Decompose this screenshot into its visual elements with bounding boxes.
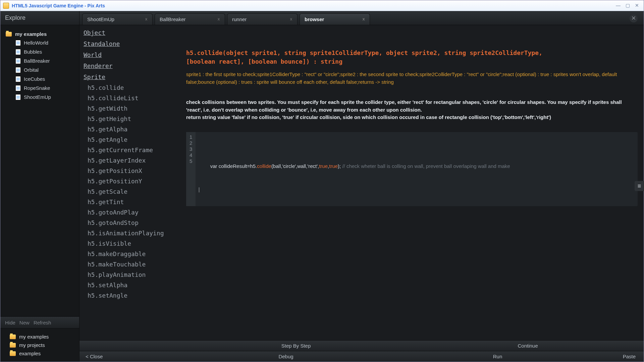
api-item-h5-getpositiony[interactable]: h5.getPositionY <box>79 176 180 186</box>
file-icon <box>16 76 20 82</box>
api-item-h5-maketouchable[interactable]: h5.makeTouchable <box>79 259 180 269</box>
folder-my-examples[interactable]: my examples <box>4 30 76 38</box>
file-label: IceCubes <box>24 76 45 82</box>
tab-label: browser <box>305 16 324 22</box>
api-category-object[interactable]: Object <box>79 27 180 38</box>
side-menu-icon[interactable]: ≡ <box>635 181 644 191</box>
maximize-button[interactable]: ▢ <box>624 2 632 9</box>
api-item-h5-getheight[interactable]: h5.getHeight <box>79 114 180 124</box>
file-label: Orbital <box>24 67 39 73</box>
code-example[interactable]: 12345 var collideResult=h5.collide(ball,… <box>186 132 638 206</box>
file-item-shootemup[interactable]: ShootEmUp <box>4 93 76 102</box>
folder-icon <box>6 32 12 37</box>
api-item-h5-getcurrentframe[interactable]: h5.getCurrentFrame <box>79 145 180 155</box>
file-item-helloworld[interactable]: HelloWorld <box>4 38 76 47</box>
explorer-sidebar: Explore my examples HelloWorldBubblesBal… <box>0 11 79 362</box>
file-item-ropesnake[interactable]: RopeSnake <box>4 83 76 93</box>
minimize-button[interactable]: — <box>614 2 622 9</box>
close-panel-button[interactable]: < Close <box>79 354 180 359</box>
text-cursor <box>199 187 199 192</box>
api-item-h5-getangle[interactable]: h5.getAngle <box>79 134 180 145</box>
file-label: HelloWorld <box>24 40 48 46</box>
hide-button[interactable]: Hide <box>5 320 15 325</box>
api-item-h5-collide[interactable]: h5.collide <box>79 82 180 93</box>
app-icon <box>3 3 9 9</box>
api-item-h5-setangle[interactable]: h5.setAngle <box>79 290 180 301</box>
tab-ballbreaker[interactable]: BallBreakerx <box>155 13 225 25</box>
api-item-h5-collidelist[interactable]: h5.collideList <box>79 93 180 103</box>
folder-examples[interactable]: examples <box>4 349 76 358</box>
api-category-renderer[interactable]: Renderer <box>79 60 180 71</box>
tab-close-button[interactable]: x <box>144 16 149 22</box>
step-by-step-button[interactable]: Step By Step <box>180 343 412 349</box>
long-description: check collisions between two sprites. Yo… <box>186 99 638 121</box>
debug-bar: Step By Step Continue <box>79 340 644 351</box>
run-button[interactable]: Run <box>392 354 603 359</box>
tabbar: ShootEmUpxBallBreakerxrunnerxbrowserx✕ <box>79 11 644 25</box>
code-gutter: 12345 <box>186 132 196 206</box>
debug-button[interactable]: Debug <box>180 354 392 359</box>
file-label: BallBreaker <box>24 58 50 64</box>
api-item-h5-gotoandstop[interactable]: h5.gotoAndStop <box>79 218 180 228</box>
code-lines[interactable]: var collideResult=h5.collide(ball,'circl… <box>196 132 513 206</box>
workspace: ObjectStandaloneWorldRendererSpriteh5.co… <box>79 25 644 340</box>
doc-body[interactable]: h5.collide(object sprite1, string sprite… <box>180 25 644 340</box>
folder-icon <box>10 351 16 356</box>
tab-close-button[interactable]: x <box>288 16 294 22</box>
documentation-panel: h5.collide(object sprite1, string sprite… <box>180 25 644 340</box>
file-label: Bubbles <box>24 49 42 55</box>
paste-button[interactable]: Paste <box>603 354 644 359</box>
folder-my-examples[interactable]: my examples <box>4 333 76 341</box>
file-item-bubbles[interactable]: Bubbles <box>4 47 76 56</box>
file-icon <box>16 85 20 91</box>
tab-shootemup[interactable]: ShootEmUpx <box>82 13 153 25</box>
api-item-h5-gettint[interactable]: h5.getTint <box>79 197 180 207</box>
function-signature-line1: h5.collide(object sprite1, string sprite… <box>186 49 638 57</box>
api-item-h5-getscale[interactable]: h5.getScale <box>79 186 180 197</box>
api-item-h5-playanimation[interactable]: h5.playAnimation <box>79 269 180 280</box>
file-label: ShootEmUp <box>24 94 51 100</box>
file-label: RopeSnake <box>24 85 50 91</box>
close-window-button[interactable]: ✕ <box>633 2 641 9</box>
api-item-h5-setalpha[interactable]: h5.setAlpha <box>79 280 180 290</box>
file-item-icecubes[interactable]: IceCubes <box>4 74 76 83</box>
api-item-h5-gotoandplay[interactable]: h5.gotoAndPlay <box>79 207 180 218</box>
api-item-h5-getwidth[interactable]: h5.getWidth <box>79 103 180 114</box>
file-icon <box>16 58 20 64</box>
api-category-sprite[interactable]: Sprite <box>79 71 180 82</box>
continue-button[interactable]: Continue <box>412 343 644 349</box>
titlebar[interactable]: HTML5 Javascript Game Engine - Pix Arts … <box>0 0 644 11</box>
new-button[interactable]: New <box>19 320 30 325</box>
file-icon <box>16 49 20 55</box>
tab-label: BallBreaker <box>160 16 186 22</box>
folder-icon <box>10 335 16 339</box>
parameters-description: sprite1 : the first sprite to check;spri… <box>186 71 638 86</box>
footer-bar: < Close Debug Run Paste <box>79 351 644 362</box>
api-item-h5-getlayerindex[interactable]: h5.getLayerIndex <box>79 155 180 166</box>
refresh-button[interactable]: Refresh <box>34 320 51 325</box>
api-item-h5-getpositionx[interactable]: h5.getPositionX <box>79 166 180 176</box>
api-item-h5-isvisible[interactable]: h5.isVisible <box>79 238 180 249</box>
file-icon <box>16 95 20 100</box>
api-item-h5-isanimationplaying[interactable]: h5.isAnimationPlaying <box>79 228 180 238</box>
tab-close-button[interactable]: x <box>216 16 221 22</box>
file-item-ballbreaker[interactable]: BallBreaker <box>4 56 76 65</box>
api-navigation[interactable]: ObjectStandaloneWorldRendererSpriteh5.co… <box>79 25 180 340</box>
explorer-header: Explore <box>0 11 79 25</box>
tab-close-button[interactable]: x <box>361 16 366 22</box>
folder-label: examples <box>19 351 41 356</box>
api-category-standalone[interactable]: Standalone <box>79 38 180 49</box>
bottom-toolbars: Step By Step Continue < Close Debug Run … <box>79 340 644 362</box>
close-all-tabs-button[interactable]: ✕ <box>630 14 638 22</box>
api-item-h5-makedraggable[interactable]: h5.makeDraggable <box>79 249 180 259</box>
tab-runner[interactable]: runnerx <box>227 13 298 25</box>
api-category-world[interactable]: World <box>79 49 180 60</box>
folder-my-projects[interactable]: my projects <box>4 341 76 349</box>
main-area: ShootEmUpxBallBreakerxrunnerxbrowserx✕ O… <box>79 11 644 362</box>
tab-browser[interactable]: browserx <box>300 13 370 25</box>
api-item-h5-getalpha[interactable]: h5.getAlpha <box>79 124 180 134</box>
folders-list: my examplesmy projectsexamples <box>0 328 79 362</box>
explorer-tree: my examples HelloWorldBubblesBallBreaker… <box>0 25 79 316</box>
explorer-commandbar: Hide New Refresh <box>0 316 79 328</box>
file-item-orbital[interactable]: Orbital <box>4 65 76 74</box>
